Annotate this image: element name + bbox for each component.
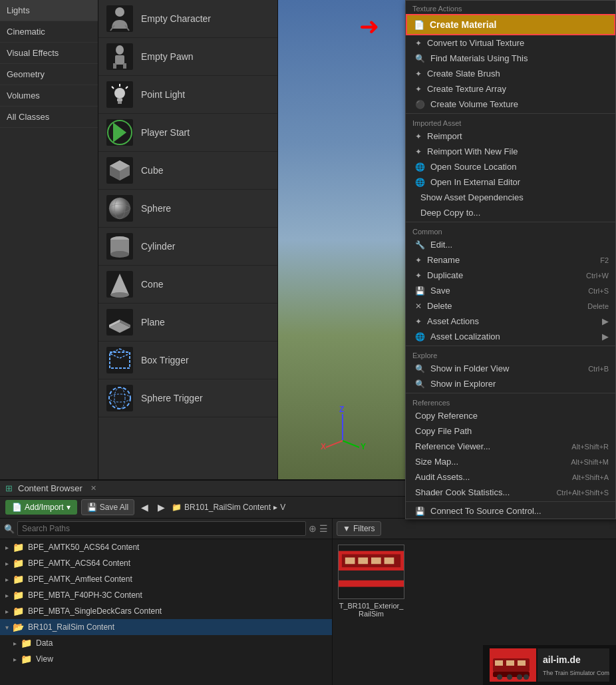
save-item[interactable]: 💾 Save Ctrl+S (406, 283, 615, 298)
find-materials-item[interactable]: 🔍 Find Materials Using This (406, 51, 615, 66)
path-folder-icon: 📁 (172, 503, 182, 512)
search-paths-input[interactable] (17, 521, 306, 536)
copy-file-path-item[interactable]: Copy File Path (406, 423, 615, 439)
size-map-label: Size Map... (415, 457, 458, 467)
convert-vt-icon: ✦ (415, 39, 422, 48)
sidebar-item-cinematic[interactable]: Cinematic (0, 21, 98, 43)
asset-localization-item[interactable]: 🌐 Asset Localization ▶ (406, 329, 615, 344)
svg-line-37 (326, 441, 343, 447)
edit-label: Edit... (430, 240, 452, 250)
sidebar-item-lights[interactable]: Lights (0, 0, 98, 21)
reimport-item[interactable]: ✦ Reimport (406, 128, 615, 144)
create-volume-texture-item[interactable]: ⚫ Create Volume Texture (406, 97, 615, 112)
actor-empty-pawn[interactable]: Empty Pawn (98, 38, 277, 76)
create-material-item[interactable]: 📄 Create Material (406, 14, 615, 35)
asset-t-br101-label: T_BR101_Exterior_RailSim (338, 602, 404, 618)
create-vt-icon: ⚫ (415, 100, 425, 109)
folder-item-data[interactable]: ▸ 📁 Data (0, 635, 332, 651)
sidebar-item-geometry[interactable]: Geometry (0, 64, 98, 85)
folder-item-bpe-amtk50[interactable]: ▸ 📁 BPE_AMTK50_ACS64 Content (0, 539, 332, 555)
open-external-editor-item[interactable]: 🌐 Open In External Editor (406, 174, 615, 190)
sidebar-item-visual-effects[interactable]: Visual Effects (0, 43, 98, 64)
folder-icon-bpe-amtk-acs64: 📁 (13, 558, 24, 569)
show-explorer-item[interactable]: 🔍 Show in Explorer (406, 376, 615, 391)
save-all-label: Save All (100, 503, 128, 512)
svg-rect-43 (339, 580, 404, 586)
delete-item[interactable]: ✕ Delete Delete (406, 298, 615, 314)
open-sl-icon: 🌐 (415, 162, 425, 172)
sidebar-item-volumes[interactable]: Volumes (0, 85, 98, 107)
close-icon[interactable]: ✕ (90, 484, 96, 493)
actor-empty-pawn-label: Empty Pawn (141, 51, 194, 62)
asset-t-br101-exterior[interactable]: T_BR101_Exterior_RailSim (338, 545, 404, 618)
actor-cube[interactable]: Cube (98, 152, 277, 190)
actor-empty-character[interactable]: Empty Character (98, 0, 277, 38)
svg-text:Z: Z (339, 405, 344, 414)
save-all-button[interactable]: 💾 Save All (81, 499, 134, 515)
folder-item-bpe-amtk-acs64[interactable]: ▸ 📁 BPE_AMTK_ACS64 Content (0, 555, 332, 571)
svg-rect-54 (495, 660, 503, 666)
edit-item[interactable]: 🔧 Edit... (406, 237, 615, 252)
delete-shortcut: Delete (587, 302, 609, 310)
svg-rect-4 (123, 63, 126, 69)
show-fv-icon: 🔍 (415, 364, 425, 373)
svg-point-32 (109, 394, 130, 402)
connect-sc-icon: 💾 (415, 507, 425, 516)
folder-icon-bpe-mbta-f40: 📁 (13, 590, 24, 600)
folder-open-arrow: ▾ (5, 624, 9, 631)
folder-item-bpe-mbta-f40[interactable]: ▸ 📁 BPE_MBTA_F40PH-3C Content (0, 587, 332, 603)
asset-loc-icon: 🌐 (415, 332, 425, 342)
rename-item[interactable]: ✦ Rename F2 (406, 252, 615, 268)
folder-label-bpe-amtk-amfleet: BPE_AMTK_Amfleet Content (28, 574, 132, 584)
show-asset-deps-item[interactable]: Show Asset Dependencies (406, 190, 615, 205)
shader-cook-item[interactable]: Shader Cook Statistics... Ctrl+Alt+Shift… (406, 485, 615, 500)
actor-plane[interactable]: Plane (98, 304, 277, 342)
duplicate-shortcut: Ctrl+W (586, 272, 609, 280)
show-fv-shortcut: Ctrl+B (588, 365, 609, 373)
add-import-button[interactable]: 📄 Add/Import ▾ (5, 500, 77, 515)
convert-virtual-texture-item[interactable]: ✦ Convert to Virtual Texture (406, 35, 615, 51)
actor-player-start-label: Player Start (141, 127, 190, 138)
folder-item-bpe-mbta-single[interactable]: ▸ 📁 BPE_MBTA_SingleDeckCars Content (0, 603, 332, 619)
reference-viewer-item[interactable]: Reference Viewer... Alt+Shift+R (406, 439, 615, 454)
size-map-item[interactable]: Size Map... Alt+Shift+M (406, 454, 615, 469)
svg-text:The Train Simulator Community: The Train Simulator Community (543, 670, 609, 676)
duplicate-item[interactable]: ✦ Duplicate Ctrl+W (406, 268, 615, 283)
logo-area: ail-im.de The Train Simulator Community (483, 645, 616, 685)
imported-asset-label: Imported Asset (406, 115, 615, 128)
audit-assets-item[interactable]: Audit Assets... Alt+Shift+A (406, 469, 615, 485)
actor-point-light-label: Point Light (141, 89, 185, 100)
deep-copy-item[interactable]: Deep Copy to... (406, 205, 615, 220)
svg-rect-46 (371, 557, 381, 564)
forward-button[interactable]: ▶ (155, 501, 168, 514)
back-button[interactable]: ◀ (138, 501, 151, 514)
create-slate-brush-item[interactable]: ✦ Create Slate Brush (406, 66, 615, 81)
filters-button[interactable]: ▼ Filters (337, 521, 381, 536)
reimport-new-file-item[interactable]: ✦ Reimport With New File (406, 144, 615, 159)
actor-cone[interactable]: Cone (98, 266, 277, 304)
asset-actions-item[interactable]: ✦ Asset Actions ▶ (406, 314, 615, 329)
show-folder-view-item[interactable]: 🔍 Show in Folder View Ctrl+B (406, 361, 615, 376)
sidebar-item-all-classes[interactable]: All Classes (0, 107, 98, 128)
create-texture-array-item[interactable]: ✦ Create Texture Array (406, 81, 615, 97)
folder-item-view[interactable]: ▸ 📁 View (0, 651, 332, 667)
save-shortcut: Ctrl+S (588, 287, 609, 295)
connect-source-control-item[interactable]: 💾 Connect To Source Control... (406, 503, 615, 519)
actor-box-trigger[interactable]: Box Trigger (98, 342, 277, 379)
actor-cone-label: Cone (141, 279, 163, 290)
copy-reference-item[interactable]: Copy Reference (406, 408, 615, 423)
folder-item-br101-railsim[interactable]: ▾ 📂 BR101_RailSim Content (0, 619, 332, 635)
folder-arrow-icon: ▸ (5, 576, 9, 583)
actor-point-light[interactable]: Point Light (98, 76, 277, 114)
ref-viewer-label: Reference Viewer... (415, 441, 490, 451)
asset-loc-arrow: ▶ (602, 332, 609, 342)
actor-cylinder[interactable]: Cylinder (98, 228, 277, 266)
actor-sphere[interactable]: Sphere (98, 190, 277, 228)
actor-sphere-trigger[interactable]: Sphere Trigger (98, 379, 277, 417)
open-source-location-item[interactable]: 🌐 Open Source Location (406, 159, 615, 174)
actor-player-start[interactable]: Player Start (98, 114, 277, 152)
create-ta-icon: ✦ (415, 85, 422, 94)
red-arrow: ➜ (359, 15, 379, 39)
actor-cone-icon (106, 271, 133, 298)
folder-item-bpe-amtk-amfleet[interactable]: ▸ 📁 BPE_AMTK_Amfleet Content (0, 571, 332, 587)
